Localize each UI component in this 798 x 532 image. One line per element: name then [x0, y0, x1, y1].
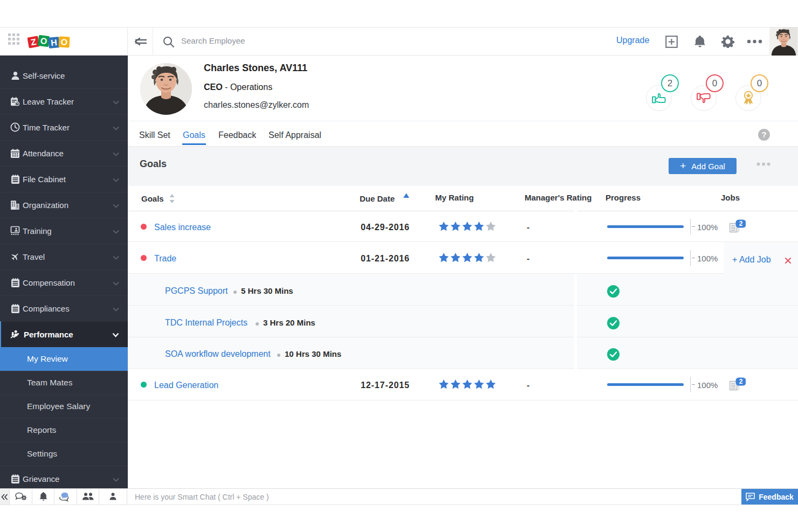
svg-text:O: O	[40, 36, 47, 46]
svg-text:H: H	[50, 38, 57, 47]
svg-text:2: 2	[739, 378, 743, 385]
svg-text:O: O	[60, 37, 67, 47]
svg-text:2: 2	[739, 220, 743, 227]
